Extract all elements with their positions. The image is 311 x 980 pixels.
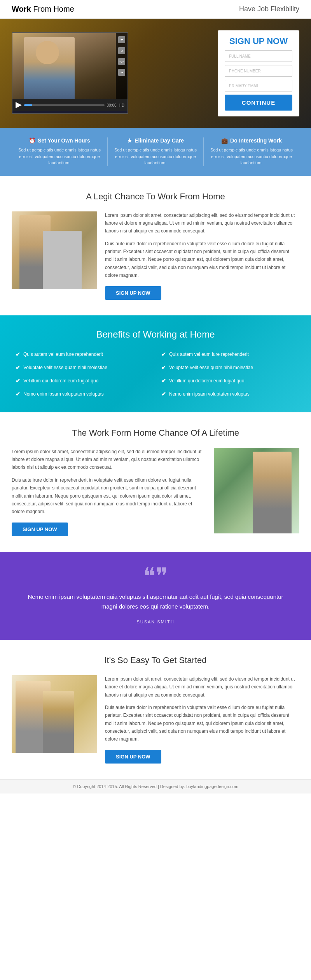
feature-daycare-title: Eliminate Day Care (114, 137, 197, 144)
header-tagline: Have Job Flexibility (239, 5, 299, 13)
testimonial-section: ❝❞ Nemo enim ipsam voluptatem quia volup… (0, 552, 311, 640)
lifetime-signup-button[interactable]: SIGN UP NOW (12, 523, 68, 536)
feature-interesting-work-text: Sed ut perspiciatis unde omnis istequ na… (210, 147, 294, 166)
footer-copyright: © Copyright 2014-2015. All Rights Reserv… (73, 784, 238, 789)
benefit-left-1: ✔ Quis autem vel eum iure reprehenderit (16, 350, 150, 359)
lifetime-image-col (214, 448, 299, 533)
feature-interesting-work-title: Do Interesting Work (210, 137, 294, 144)
video-sidebar-icon-4: ⇥ (118, 69, 125, 76)
section-legit: A Legit Chance To Work From Home Lorem i… (0, 176, 311, 315)
feature-set-hours-title: Set Your Own Hours (17, 137, 101, 144)
testimonial-author: SUSAN SMITH (23, 619, 288, 624)
benefits-section: Benefits of Working at Home ✔ Quis autem… (0, 315, 311, 412)
feature-set-hours: Set Your Own Hours Sed ut perspiciatis u… (12, 137, 107, 166)
lifetime-text-col: Lorem ipsum dolor sit amet, consectetur … (12, 448, 206, 536)
benefit-right-2: ✔ Voluptate velit esse quam nihil molest… (161, 363, 295, 372)
easy-signup-button[interactable]: SIGN UP NOW (105, 750, 161, 764)
lifetime-para1: Lorem ipsum dolor sit amet, consectetur … (12, 448, 206, 472)
easy-image-col (12, 675, 97, 753)
lifetime-para2: Duis aute irure dolor in reprehenderit i… (12, 476, 206, 516)
video-frame: ❤ ⚙ </> ⇥ (12, 33, 128, 99)
section-lifetime: The Work Form Home Chance Of A Lifetime … (0, 412, 311, 552)
header: Work From Home Have Job Flexibility (0, 0, 311, 19)
clock-icon (29, 137, 35, 144)
legit-text-col: Lorem ipsum dolor sit amet, consectetur … (105, 211, 299, 300)
benefit-left-3: ✔ Vel illum qui dolorem eum fugiat quo (16, 376, 150, 385)
play-button[interactable] (16, 102, 22, 108)
legit-signup-button[interactable]: SIGN UP NOW (105, 286, 161, 300)
continue-button[interactable]: CONTINUE (225, 95, 292, 111)
check-icon-5: ✔ (161, 351, 166, 357)
benefit-right-4: ✔ Nemo enim ipsam voluptatem voluptas (161, 389, 295, 399)
video-controls: 00:00 HD (12, 99, 128, 111)
lifetime-image (214, 448, 299, 533)
feature-daycare: Eliminate Day Care Sed ut perspiciatis u… (108, 137, 203, 166)
logo-bold: Work (12, 5, 31, 13)
check-icon-4: ✔ (16, 391, 20, 397)
check-icon-8: ✔ (161, 391, 166, 397)
video-progress-bar[interactable] (24, 104, 105, 106)
easy-para1: Lorem ipsum dolor sit amet, consectetur … (105, 675, 299, 699)
legit-image (12, 211, 97, 289)
video-quality: HD (119, 103, 124, 107)
hero-section: ❤ ⚙ </> ⇥ 00:00 HD SIGN UP NOW CONTINUE (0, 19, 311, 128)
signup-title: SIGN UP NOW (225, 36, 292, 46)
benefit-left-2: ✔ Voluptate velit esse quam nihil molest… (16, 363, 150, 372)
feature-daycare-text: Sed ut perspiciatis unde omnis istequ na… (114, 147, 197, 166)
hero-video: ❤ ⚙ </> ⇥ 00:00 HD (12, 32, 128, 114)
video-sidebar-icon-1: ❤ (118, 36, 125, 43)
footer: © Copyright 2014-2015. All Rights Reserv… (0, 779, 311, 794)
video-sidebar: ❤ ⚙ </> ⇥ (116, 33, 128, 99)
check-icon-6: ✔ (161, 364, 166, 371)
quote-marks: ❝❞ (23, 567, 288, 586)
legit-content: Lorem ipsum dolor sit amet, consectetur … (12, 211, 299, 300)
legit-para2: Duis aute irure dolor in reprehenderit i… (105, 240, 299, 280)
video-progress-fill (24, 104, 32, 106)
feature-interesting-work: Do Interesting Work Sed ut perspiciatis … (204, 137, 299, 166)
legit-title: A Legit Chance To Work From Home (12, 192, 299, 202)
check-icon-7: ✔ (161, 378, 166, 384)
benefit-right-1: ✔ Quis autem vel eum iure reprehenderit (161, 350, 295, 359)
check-icon-2: ✔ (16, 364, 20, 371)
benefit-left-4: ✔ Nemo enim ipsam voluptatem voluptas (16, 389, 150, 399)
video-sidebar-icon-2: ⚙ (118, 47, 125, 54)
star-icon (127, 137, 132, 144)
benefits-grid: ✔ Quis autem vel eum iure reprehenderit … (16, 350, 295, 399)
legit-para1: Lorem ipsum dolor sit amet, consectetur … (105, 211, 299, 235)
easy-para2: Duis aute irure dolor in reprehenderit i… (105, 704, 299, 743)
benefits-title: Benefits of Working at Home (16, 329, 295, 340)
briefcase-icon (221, 137, 228, 144)
video-person (24, 37, 75, 99)
testimonial-text: Nemo enim ipsam voluptatem quia voluptas… (23, 592, 288, 612)
phone-input[interactable] (225, 65, 292, 77)
feature-set-hours-text: Sed ut perspiciatis unde omnis istequ na… (17, 147, 101, 166)
logo: Work From Home (12, 5, 74, 14)
check-icon-1: ✔ (16, 351, 20, 357)
features-strip: Set Your Own Hours Sed ut perspiciatis u… (0, 128, 311, 176)
easy-content: Lorem ipsum dolor sit amet, consectetur … (12, 675, 299, 764)
signup-form: SIGN UP NOW CONTINUE (218, 30, 299, 116)
check-icon-3: ✔ (16, 378, 20, 384)
logo-light: From Home (31, 5, 74, 13)
section-easy: It's So Easy To Get Started Lorem ipsum … (0, 640, 311, 779)
lifetime-title: The Work Form Home Chance Of A Lifetime (12, 428, 299, 438)
lifetime-content: Lorem ipsum dolor sit amet, consectetur … (12, 448, 299, 536)
full-name-input[interactable] (225, 50, 292, 62)
legit-image-col (12, 211, 97, 289)
video-sidebar-icon-3: </> (118, 58, 125, 65)
email-input[interactable] (225, 80, 292, 91)
easy-image (12, 675, 97, 753)
easy-title: It's So Easy To Get Started (12, 655, 299, 665)
easy-text-col: Lorem ipsum dolor sit amet, consectetur … (105, 675, 299, 764)
video-time: 00:00 (107, 103, 117, 107)
benefit-right-3: ✔ Vel illum qui dolorem eum fugiat quo (161, 376, 295, 385)
